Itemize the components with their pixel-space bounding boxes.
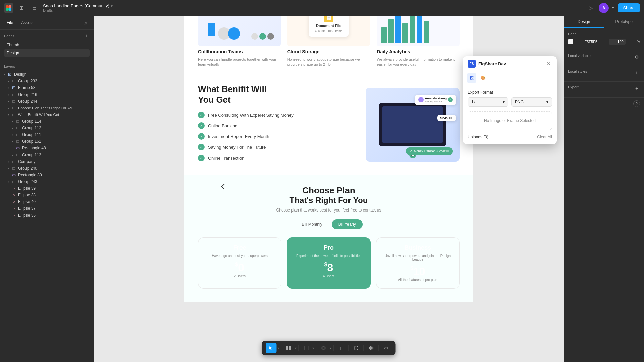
canvas[interactable]: Colllboration Teams Here you can handle … [94, 16, 564, 362]
frame-icon: ⊡ [11, 85, 16, 90]
add-page-button[interactable]: + [83, 33, 90, 39]
layer-company[interactable]: ▸ □ Company [0, 158, 94, 165]
add-export-button[interactable]: + [633, 85, 640, 92]
layer-group233[interactable]: ▸ □ Group 233 [0, 78, 94, 84]
tool-component[interactable] [366, 343, 377, 353]
mock-circle-blue [228, 27, 240, 40]
tool-text[interactable]: T [336, 343, 346, 353]
tool-frame-arrow[interactable]: ▾ [295, 346, 297, 350]
layer-what-benefit[interactable]: ▾ □ What Benifit Will You Get [0, 111, 94, 118]
layer-group111[interactable]: ▸ □ Group 111 [0, 131, 94, 138]
group-icon: □ [15, 153, 20, 157]
add-local-variables-button[interactable]: ⚙ [633, 54, 640, 60]
svg-rect-0 [6, 5, 9, 8]
benefit-check-2: ✓ [198, 133, 205, 140]
share-button[interactable]: Share [618, 3, 640, 12]
layer-label: What Benifit Will You Get [18, 113, 59, 117]
benefits-left: What Benifit Will You Get ✓ Free Consult… [198, 84, 356, 165]
group-icon: □ [11, 79, 16, 83]
project-subtitle: Drafts [43, 8, 113, 12]
format-select[interactable]: PNG ▾ [511, 97, 552, 107]
layout-grid-icon[interactable]: ⊞ [17, 4, 25, 12]
rect-icon: ▭ [15, 146, 20, 150]
layer-group243[interactable]: ▸ □ Group 243 [0, 178, 94, 185]
feature-desc-analytics: We always provide useful information to … [377, 57, 460, 67]
layer-label: Choose Plan That's Right For You [18, 106, 73, 110]
dialog-header: FS FigShare Dev ✕ [463, 56, 557, 71]
layer-group240[interactable]: ▸ □ Group 240 [0, 165, 94, 172]
layer-design[interactable]: ▾ ⊡ Design [0, 71, 94, 78]
feature-desc-cloud: No need to worry about storage because w… [287, 57, 370, 67]
right-tab-design[interactable]: Design [564, 16, 604, 28]
layer-ellipse40[interactable]: ▸ ○ Ellipse 40 [0, 198, 94, 205]
project-title[interactable]: Saas Landing Pages (Community) ▾ [43, 3, 113, 8]
right-tab-prototype[interactable]: Prototype [604, 16, 644, 28]
panel-toggle-icon[interactable]: ▤ [30, 3, 39, 13]
expand-arrow: ▸ [12, 127, 13, 130]
billing-yearly-button[interactable]: Bill Yearly [332, 219, 363, 229]
local-styles-row: Local styles + [568, 69, 640, 76]
help-button[interactable]: ? [633, 100, 640, 107]
tab-assets[interactable]: Assets [18, 19, 36, 26]
dialog-close-button[interactable]: ✕ [545, 60, 552, 67]
layer-frame58[interactable]: ▸ ⊡ Frame 58 [0, 84, 94, 91]
page-item-design[interactable]: Design [4, 49, 90, 57]
transfer-icon: ✓ [410, 149, 413, 153]
feature-card-collab: Colllboration Teams Here you can handle … [198, 16, 281, 67]
figma-logo[interactable] [4, 3, 13, 13]
avatar-dropdown[interactable]: ▾ [612, 6, 614, 10]
tool-move-arrow[interactable]: ▾ [277, 346, 279, 350]
fill-opacity-input[interactable] [609, 39, 626, 45]
layer-group216[interactable]: ▸ □ Group 216 [0, 91, 94, 98]
layer-group114[interactable]: ▸ □ Group 114 [0, 118, 94, 125]
add-local-styles-button[interactable]: + [633, 69, 640, 76]
play-button[interactable]: ▷ [586, 3, 595, 13]
search-icon[interactable]: ⌕ [82, 19, 90, 27]
layer-group244[interactable]: ▸ □ Group 244 [0, 98, 94, 105]
page-item-thumb[interactable]: Thumb [4, 41, 90, 49]
layer-rect48[interactable]: ▸ ▭ Rectangle 48 [0, 145, 94, 152]
layer-ellipse39[interactable]: ▸ ○ Ellipse 39 [0, 185, 94, 192]
layer-group161[interactable]: ▸ □ Group 161 [0, 138, 94, 145]
layer-label: Group 233 [18, 79, 37, 83]
svg-rect-12 [370, 348, 372, 350]
tool-pen[interactable] [318, 343, 329, 353]
plan-price-business: $10 [383, 265, 452, 278]
tool-frame[interactable] [283, 343, 294, 353]
layer-rect80[interactable]: ▸ ▭ Rectangle 80 [0, 172, 94, 178]
avatar[interactable]: A [599, 3, 609, 13]
scale-select[interactable]: 1x ▾ [468, 97, 508, 107]
dialog-color-tool[interactable]: 🎨 [478, 73, 488, 83]
color-swatch[interactable] [568, 39, 573, 44]
topbar-left: ⊞ ▤ Saas Landing Pages (Community) ▾ Dra… [4, 3, 113, 13]
layer-group113[interactable]: ▸ □ Group 113 [0, 152, 94, 158]
dialog-image-tool[interactable]: 🖼 [467, 73, 476, 83]
tool-ellipse[interactable] [351, 343, 362, 353]
layer-ellipse37[interactable]: ▸ ○ Ellipse 37 [0, 205, 94, 212]
transfer-bubble: ✓ Money Transfer Succesful [406, 147, 453, 155]
tab-file[interactable]: File [4, 19, 16, 26]
tool-move[interactable] [266, 343, 277, 353]
tool-rect[interactable] [301, 343, 312, 353]
layer-ellipse38[interactable]: ▸ ○ Ellipse 38 [0, 192, 94, 198]
local-variables-row: Local variables ⚙ [568, 54, 640, 60]
layer-label: Group 113 [22, 153, 41, 157]
group-icon: □ [15, 126, 20, 130]
right-section-local-styles: Local styles + [564, 66, 644, 82]
tool-rect-arrow[interactable]: ▾ [312, 346, 314, 350]
tool-code[interactable]: </> [381, 343, 392, 353]
pricing-desc: Choose plan that works best for you, fee… [198, 208, 460, 213]
expand-arrow: ▸ [8, 107, 9, 110]
feature-img-cloud: 📄 Document File 456 GB · 1056 Items [287, 16, 370, 46]
export-controls: 1x ▾ PNG ▾ [468, 97, 552, 107]
expand-arrow: ▾ [4, 73, 5, 76]
tool-pen-arrow[interactable]: ▾ [330, 346, 331, 350]
clear-all-button[interactable]: Clear All [537, 135, 552, 139]
group-icon: □ [11, 166, 16, 171]
layer-label: Ellipse 39 [18, 186, 36, 191]
layer-choose-plan[interactable]: ▸ □ Choose Plan That's Right For You [0, 105, 94, 111]
layer-ellipse36[interactable]: ▸ ○ Ellipse 36 [0, 212, 94, 219]
layer-group112[interactable]: ▸ □ Group 112 [0, 125, 94, 131]
layer-label: Group 244 [18, 99, 37, 104]
billing-monthly-button[interactable]: Bill Monthly [295, 219, 329, 229]
